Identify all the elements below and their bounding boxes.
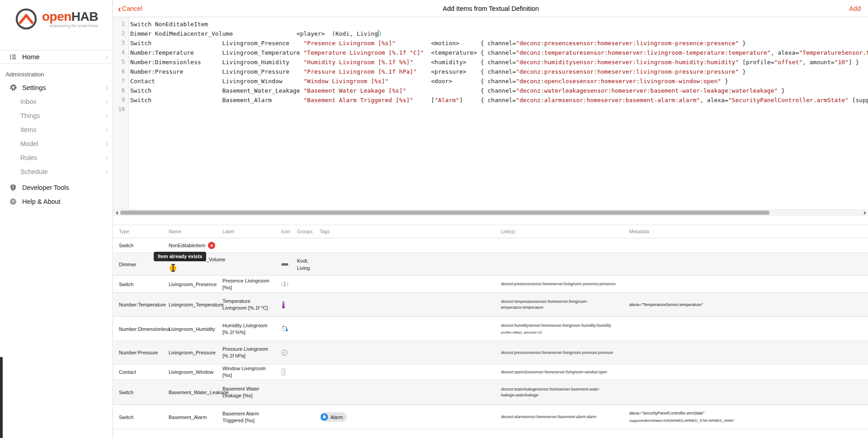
- column-header-metadata: Metadata: [625, 229, 868, 234]
- editor-line-code: Switch Basement_Alarm "Basement Alarm Tr…: [128, 95, 868, 105]
- sidebar-sub-label: Inbox: [20, 98, 36, 105]
- cell-label: Pressure Livingroom [%.1f hPa]: [222, 346, 281, 359]
- line-number: 5: [113, 57, 128, 67]
- sidebar-sub-label: Rules: [20, 154, 37, 161]
- corner-strip: [0, 357, 3, 438]
- item-name: Livingroom_Temperature: [169, 302, 224, 307]
- line-number: 2: [113, 29, 128, 38]
- line-number: 1: [113, 19, 128, 29]
- table-row-noneditableitem: SwitchNonEditableItem×: [113, 238, 868, 253]
- item-name: Livingroom_Pressure: [169, 350, 216, 355]
- editor-line[interactable]: 2Dimmer KodiMediacenter_Volume <player> …: [113, 29, 868, 38]
- cell-type: Number:Dimensionless: [119, 326, 169, 332]
- editor-line[interactable]: 9Switch Basement_Alarm "Basement Alarm T…: [113, 95, 868, 105]
- svg-text:?: ?: [12, 199, 14, 204]
- sidebar-item-schedule[interactable]: Schedule›: [0, 165, 113, 179]
- editor-line[interactable]: 10: [113, 105, 868, 114]
- sidebar-item-help-about[interactable]: ? Help & About: [0, 194, 113, 208]
- sidebar-item-home[interactable]: Home ›: [0, 50, 113, 64]
- cell-metadata: alexa="SecurityPanelController.armState"…: [625, 410, 868, 424]
- editor-line[interactable]: 6Number:Pressure Livingroom_Pressure "Pr…: [113, 67, 868, 76]
- sidebar-sub-label: Items: [20, 126, 36, 133]
- tooltip-item-already-exists: Item already exists: [154, 252, 206, 261]
- editor-line[interactable]: 4Number:Temperature Livingroom_Temperatu…: [113, 48, 868, 57]
- sidebar-item-things[interactable]: Things›: [0, 108, 113, 122]
- line-number: 3: [113, 38, 128, 48]
- cell-type: Switch: [119, 414, 169, 420]
- triangle-left-icon: [116, 211, 118, 215]
- cancel-button[interactable]: ‹ Cancel: [118, 4, 142, 13]
- add-button[interactable]: Add: [849, 5, 861, 12]
- sidebar-item-developer-tools[interactable]: Developer Tools: [0, 180, 113, 194]
- table-row-livingroom_presence: SwitchLivingroom_PresencePresence Living…: [113, 276, 868, 293]
- wordmark-hab: HAB: [71, 9, 98, 24]
- table-row-livingroom_window: ContactLivingroom_WindowWindow Livingroo…: [113, 364, 868, 380]
- sidebar-settings-label: Settings: [22, 84, 46, 91]
- column-header-name: Name: [169, 229, 222, 234]
- pressure-icon: [281, 349, 297, 356]
- editor-line-code: Number:Dimensionless Livingroom_Humidity…: [128, 57, 859, 67]
- cell-type: Number:Pressure: [119, 350, 169, 355]
- cell-name: Livingroom_Pressure: [169, 350, 222, 355]
- warning-icon[interactable]: [170, 265, 176, 272]
- chevron-right-icon: ›: [106, 53, 108, 61]
- cell-name: Basement_Water_Leakage: [169, 390, 222, 395]
- table-header-row: TypeNameLabelIconGroupsTagsLink(s)Metada…: [113, 225, 868, 238]
- line-number: 6: [113, 67, 128, 76]
- question-circle-icon: ?: [9, 198, 17, 206]
- editor-line[interactable]: 7Contact Livingroom_Window "Window Livin…: [113, 76, 868, 86]
- item-name: Livingroom_Presence: [169, 282, 217, 287]
- table-row-livingroom_temperature: Number:TemperatureLivingroom_Temperature…: [113, 293, 868, 317]
- sidebar-developer-tools-label: Developer Tools: [22, 184, 69, 191]
- scroll-right-button[interactable]: [862, 210, 868, 216]
- editor-line[interactable]: 3Switch Livingroom_Presence "Presence Li…: [113, 38, 868, 48]
- code-editor[interactable]: 1Switch NonEditableItem2Dimmer KodiMedia…: [113, 17, 868, 209]
- item-name: NonEditableItem: [169, 243, 205, 248]
- cell-links: deconz:waterleakagesensor:homeserver:bas…: [494, 386, 625, 398]
- scrollbar-thumb[interactable]: [120, 211, 769, 215]
- scroll-left-button[interactable]: [113, 210, 120, 216]
- page-title: Add Items from Textual Definition: [443, 5, 539, 12]
- chevron-right-icon: ›: [106, 126, 108, 133]
- cell-name: Livingroom_Window: [169, 369, 222, 375]
- cell-label: Temperature Livingroom [%.1f °C]: [222, 298, 281, 311]
- editor-line-code: Dimmer KodiMediacenter_Volume <player> (…: [128, 29, 382, 38]
- cell-label: Basement Alarm Triggered [%s]: [222, 410, 281, 424]
- cell-name: Livingroom_Humidity: [169, 326, 222, 332]
- editor-line[interactable]: 8Switch Basement_Water_Leakage "Basement…: [113, 86, 868, 95]
- table-row-basement_alarm: SwitchBasement_AlarmBasement Alarm Trigg…: [113, 405, 868, 429]
- openhab-logo-icon: [14, 7, 38, 31]
- sidebar-item-model[interactable]: Model›: [0, 137, 113, 151]
- tag-badge-alarm: Alarm: [320, 412, 347, 422]
- humidity-icon: [281, 325, 297, 332]
- chevron-right-icon: ›: [106, 168, 108, 175]
- column-header-icon: Icon: [281, 229, 297, 234]
- cell-name: NonEditableItem×: [169, 242, 222, 249]
- line-number: 10: [113, 105, 128, 114]
- horizontal-scrollbar[interactable]: [113, 209, 868, 216]
- chevron-left-icon: ‹: [118, 4, 121, 13]
- sidebar-sub-items: Inbox›Things›Items›Model›Rules›Schedule›: [0, 94, 113, 179]
- cell-links: deconz:pressuresensor:homeserver:livingr…: [494, 350, 625, 356]
- editor-line[interactable]: 1Switch NonEditableItem: [113, 19, 868, 29]
- sidebar-sub-label: Schedule: [20, 168, 47, 175]
- editor-line-code: Switch NonEditableItem: [128, 19, 208, 29]
- error-icon[interactable]: ×: [208, 242, 215, 249]
- openhab-wordmark: openHAB empowering the smart home: [42, 10, 98, 28]
- cell-name: Livingroom_Presence: [169, 282, 222, 287]
- cell-name: Basement_Alarm: [169, 414, 222, 420]
- sidebar-item-rules[interactable]: Rules›: [0, 151, 113, 165]
- editor-line-code: Number:Temperature Livingroom_Temperatur…: [128, 48, 868, 57]
- sidebar-item-items[interactable]: Items›: [0, 122, 113, 137]
- temperature-icon: [281, 301, 297, 309]
- metadata-note: supportedArmStates=DISARMED,ARMED_STAY,A…: [629, 418, 868, 424]
- table-row-kodimediacenter_volume: DimmerKodiMediacenter_VolumeKodi,Living: [113, 253, 868, 276]
- top-navbar: ‹ Cancel Add Items from Textual Definiti…: [113, 0, 868, 17]
- line-number: 8: [113, 86, 128, 95]
- sidebar-section-administration: Administration: [5, 71, 113, 79]
- sidebar-item-inbox[interactable]: Inbox›: [0, 94, 113, 108]
- sidebar-item-settings[interactable]: Settings ›: [0, 80, 113, 94]
- cell-links: deconz:humiditysensor:homeserver:livingr…: [494, 323, 625, 335]
- chevron-right-icon: ›: [106, 154, 108, 161]
- editor-line[interactable]: 5Number:Dimensionless Livingroom_Humidit…: [113, 57, 868, 67]
